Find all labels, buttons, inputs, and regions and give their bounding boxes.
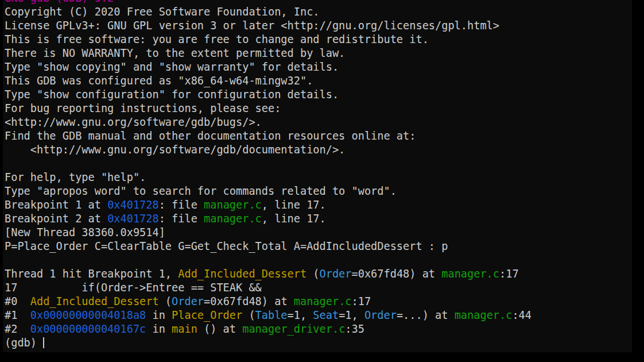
terminal-line: Find the GDB manual and other documentat… [5, 129, 632, 143]
terminal-text-segment: Copyright (C) 2020 Free Software Foundat… [5, 6, 320, 18]
terminal-text-segment: Type "apropos word" to search for comman… [5, 185, 397, 197]
terminal-text-segment: Add_Included_Dessert [178, 268, 307, 280]
terminal-text-segment: <http://www.gnu.org/software/gdb/documen… [5, 144, 345, 156]
terminal-text-segment: :44 [512, 309, 532, 321]
terminal-line: Breakpoint 1 at 0x401728: file manager.c… [5, 198, 632, 212]
terminal-text-segment: Place_Order [172, 309, 242, 321]
terminal-text-segment: :35 [345, 323, 364, 335]
terminal-line: Copyright (C) 2020 Free Software Foundat… [5, 5, 632, 19]
terminal-text-segment: P=Place_Order C=ClearTable G=Get_Check_T… [5, 240, 448, 252]
terminal-text-segment: 0x401728 [107, 199, 159, 211]
terminal-text-segment: manager.c [455, 309, 513, 321]
terminal-text-segment: : file [159, 199, 204, 211]
terminal-text-segment: This GDB was configured as "x86_64-w64-m… [5, 75, 313, 87]
terminal-line: Type "apropos word" to search for comman… [5, 184, 632, 198]
terminal-text-segment: ( [307, 268, 319, 280]
terminal-text-segment: There is NO WARRANTY, to the extent perm… [5, 47, 345, 59]
terminal-text-segment: =0x67fd48) at [204, 295, 294, 307]
terminal-text-segment: Order [172, 295, 204, 307]
terminal-text-segment: <http://www.gnu.org/software/gdb/bugs/>. [5, 116, 262, 128]
terminal-line [5, 157, 632, 171]
terminal-text-segment: manager.c [294, 295, 352, 307]
terminal-line: GNU gdb (GDB) 9.2 [5, 0, 632, 5]
terminal-text-segment: :17 [352, 295, 371, 307]
terminal-text-segment: , line 17. [262, 199, 326, 211]
terminal-line: <http://www.gnu.org/software/gdb/documen… [5, 143, 632, 157]
text-cursor [43, 337, 44, 348]
terminal-line: There is NO WARRANTY, to the extent perm… [5, 47, 632, 60]
terminal-text-segment: Add_Included_Dessert [30, 295, 159, 307]
terminal-text-segment: =...) at [397, 309, 455, 321]
terminal-line [5, 253, 632, 267]
terminal-text-segment: Type "show configuration" for configurat… [5, 88, 339, 101]
terminal-output: GNU gdb (GDB) 9.2Copyright (C) 2020 Free… [3, 0, 632, 350]
terminal-line: 17 if(Order->Entree == STEAK && [5, 281, 632, 295]
terminal-line: [New Thread 38360.0x9514] [5, 226, 632, 240]
terminal-line: Thread 1 hit Breakpoint 1, Add_Included_… [5, 267, 632, 281]
terminal-line: This is free software: you are free to c… [5, 33, 632, 47]
terminal-line: #1 0x00000000004018a8 in Place_Order (Ta… [5, 309, 632, 322]
terminal-text-segment: Order [320, 268, 352, 280]
terminal-text-segment: Order [364, 309, 397, 321]
terminal-line: #0 Add_Included_Dessert (Order=0x67fd48)… [5, 295, 632, 309]
terminal-line: License GPLv3+: GNU GPL version 3 or lat… [5, 19, 632, 33]
terminal-text-segment: in [146, 309, 172, 321]
terminal-text-segment: :17 [499, 268, 519, 280]
terminal-text-segment: 17 if(Order->Entree == STEAK && [5, 282, 262, 294]
terminal-line: This GDB was configured as "x86_64-w64-m… [5, 74, 632, 88]
terminal-line: Breakpoint 2 at 0x401728: file manager.c… [5, 212, 632, 226]
terminal-text-segment: manager.c [441, 268, 499, 280]
terminal-text-segment: [New Thread 38360.0x9514] [5, 226, 165, 238]
terminal-text-segment: ( [242, 309, 255, 321]
terminal-text-segment: Breakpoint 1 at [5, 199, 107, 211]
terminal-text-segment: 0x401728 [107, 213, 159, 225]
terminal-text-segment: manager.c [204, 199, 262, 211]
terminal-text-segment: (gdb) [5, 337, 43, 349]
terminal-text-segment: Type "show copying" and "show warranty" … [5, 61, 339, 73]
terminal-text-segment: #1 [5, 309, 30, 321]
terminal-text-segment: #2 [5, 323, 30, 335]
terminal-text-segment: =1, [288, 309, 313, 321]
terminal-text-segment: #0 [5, 295, 30, 307]
terminal-text-segment: Seat [313, 309, 339, 321]
terminal-text-segment: Table [255, 309, 288, 321]
terminal-text-segment: Breakpoint 2 at [5, 213, 107, 225]
terminal-text-segment: Find the GDB manual and other documentat… [5, 130, 416, 142]
terminal-text-segment: Thread 1 hit Breakpoint 1, [5, 268, 178, 280]
terminal-line: P=Place_Order C=ClearTable G=Get_Check_T… [5, 240, 632, 253]
terminal-text-segment: : file [159, 213, 204, 225]
terminal-line: <http://www.gnu.org/software/gdb/bugs/>. [5, 115, 632, 129]
terminal-text-segment: , line 17. [262, 213, 326, 225]
terminal-text-segment: manager_driver.c [242, 323, 345, 335]
terminal-text-segment: For bug reporting instructions, please s… [5, 102, 281, 114]
terminal-text-segment: () at [197, 323, 242, 335]
terminal-text-segment: ( [159, 295, 172, 307]
terminal-line: Type "show copying" and "show warranty" … [5, 60, 632, 74]
terminal-line: Type "show configuration" for configurat… [5, 88, 632, 102]
terminal-text-segment: For help, type "help". [5, 171, 146, 183]
terminal-text-segment: manager.c [204, 213, 262, 225]
prompt-line: (gdb) [5, 336, 632, 350]
terminal-text-segment: GNU gdb (GDB) 9.2 [5, 0, 114, 4]
terminal-text-segment: This is free software: you are free to c… [5, 33, 429, 45]
terminal-window[interactable]: GNU gdb (GDB) 9.2Copyright (C) 2020 Free… [3, 0, 632, 352]
terminal-text-segment: 0x000000000040167c [30, 323, 146, 335]
terminal-line: #2 0x000000000040167c in main () at mana… [5, 322, 632, 336]
terminal-text-segment: =1, [339, 309, 364, 321]
terminal-text-segment: main [172, 323, 197, 335]
terminal-line: For bug reporting instructions, please s… [5, 102, 632, 115]
terminal-line: For help, type "help". [5, 171, 632, 184]
terminal-text-segment: =0x67fd48) at [352, 268, 442, 280]
terminal-text-segment: 0x00000000004018a8 [30, 309, 146, 321]
terminal-text-segment: License GPLv3+: GNU GPL version 3 or lat… [5, 20, 499, 32]
terminal-text-segment: in [146, 323, 172, 335]
